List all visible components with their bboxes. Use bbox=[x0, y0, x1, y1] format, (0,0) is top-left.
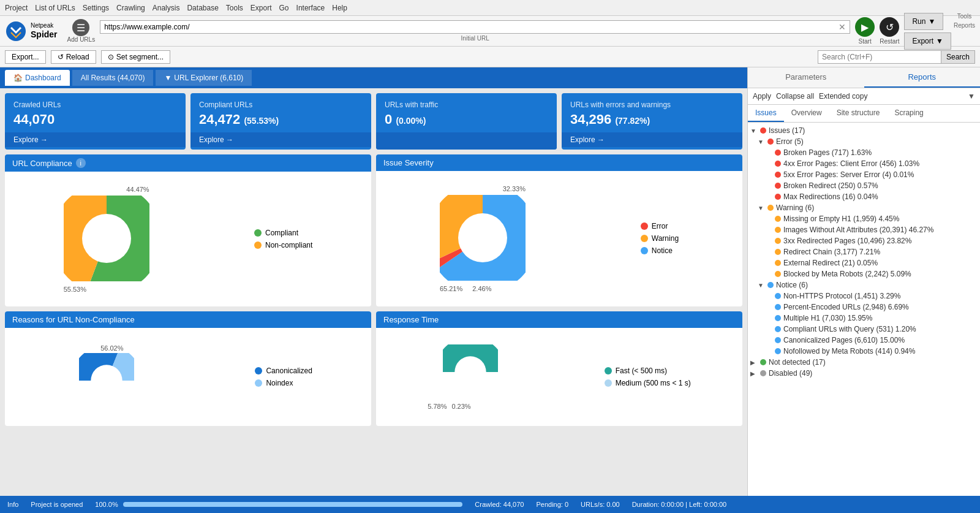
menu-interface[interactable]: Interface bbox=[296, 4, 325, 12]
tree-arrow-icon: ▶ bbox=[750, 359, 758, 366]
tree-dot bbox=[767, 205, 774, 211]
charts-row-1: URL Compliance i 44.47% 55.53% bbox=[0, 154, 747, 311]
tree-label: Warning (6) bbox=[776, 203, 978, 212]
svg-point-11 bbox=[91, 365, 122, 396]
extended-copy-action[interactable]: Extended copy bbox=[819, 92, 867, 101]
tree-item[interactable]: Max Redirections (16) 0.04% bbox=[748, 191, 980, 202]
tree-item[interactable]: 5xx Error Pages: Server Error (4) 0.01% bbox=[748, 169, 980, 180]
menu-tools[interactable]: Tools bbox=[226, 4, 243, 12]
tree-item[interactable]: ▼ Issues (17) bbox=[748, 125, 980, 136]
restart-label: Restart bbox=[880, 38, 899, 45]
reload-icon: ↺ bbox=[58, 53, 64, 61]
tree-item[interactable]: Non-HTTPS Protocol (1,451) 3.29% bbox=[748, 291, 980, 302]
error-dot bbox=[641, 222, 648, 230]
reload-btn[interactable]: ↺ Reload bbox=[51, 50, 96, 64]
tab-reports[interactable]: Reports bbox=[864, 67, 981, 88]
tree-item[interactable]: ▼ Warning (6) bbox=[748, 202, 980, 213]
tree-dot bbox=[760, 359, 766, 365]
issue-tab-site-structure[interactable]: Site structure bbox=[829, 105, 888, 122]
search-input[interactable] bbox=[818, 51, 941, 63]
project-status: Project is opened bbox=[31, 501, 83, 508]
noindex-dot bbox=[255, 379, 262, 387]
issue-tabs: Issues Overview Site structure Scraping bbox=[748, 105, 980, 123]
tab-all-results[interactable]: All Results (44,070) bbox=[72, 70, 154, 86]
tree-arrow-icon: ▼ bbox=[758, 282, 765, 289]
menu-database[interactable]: Database bbox=[187, 4, 218, 12]
url-clear-button[interactable]: ✕ bbox=[839, 22, 846, 32]
warning-dot bbox=[641, 235, 648, 242]
tree-dot bbox=[775, 227, 781, 233]
collapse-all-action[interactable]: Collapse all bbox=[776, 92, 814, 101]
menu-export[interactable]: Export bbox=[251, 4, 272, 12]
tree-label: External Redirect (21) 0.05% bbox=[783, 259, 978, 267]
search-button[interactable]: Search bbox=[941, 51, 974, 63]
tree-item[interactable]: Compliant URLs with Query (531) 1.20% bbox=[748, 324, 980, 335]
menu-help[interactable]: Help bbox=[332, 4, 347, 12]
tree-item[interactable]: Percent-Encoded URLs (2,948) 6.69% bbox=[748, 302, 980, 313]
menu-go[interactable]: Go bbox=[279, 4, 289, 12]
tree-label: Redirect Chain (3,177) 7.21% bbox=[783, 248, 978, 256]
menu-list-of-urls[interactable]: List of URLs bbox=[35, 4, 75, 12]
add-urls-icon: ☰ bbox=[72, 19, 89, 36]
tree-item[interactable]: ▶ Disabled (49) bbox=[748, 368, 980, 379]
tree-item[interactable]: Canonicalized Pages (6,610) 15.00% bbox=[748, 335, 980, 346]
tree-item[interactable]: Redirect Chain (3,177) 7.21% bbox=[748, 246, 980, 257]
issues-tree: ▼ Issues (17) ▼ Error (5) Broken Pages (… bbox=[748, 123, 980, 496]
tree-label: 4xx Error Pages: Client Error (456) 1.03… bbox=[783, 159, 978, 168]
tree-label: Max Redirections (16) 0.04% bbox=[783, 192, 978, 201]
issue-tab-overview[interactable]: Overview bbox=[784, 105, 829, 122]
tree-item[interactable]: ▼ Error (5) bbox=[748, 136, 980, 147]
menu-project[interactable]: Project bbox=[5, 4, 28, 12]
dashboard-tabs: 🏠 Dashboard All Results (44,070) ▼ URL E… bbox=[0, 67, 747, 88]
url-compliance-pie: 44.47% 55.53% bbox=[64, 186, 149, 293]
stat-errors-warnings: URLs with errors and warnings 34,296 (77… bbox=[562, 93, 742, 150]
compliant-dot bbox=[254, 229, 262, 237]
explore-compliant-btn[interactable]: Explore → bbox=[190, 132, 371, 147]
status-info: Info bbox=[7, 501, 18, 508]
start-icon: ▶ bbox=[855, 17, 875, 37]
run-button[interactable]: Run ▼ bbox=[904, 13, 943, 30]
issue-tab-issues[interactable]: Issues bbox=[748, 105, 784, 122]
tree-arrow-icon: ▼ bbox=[758, 139, 765, 145]
tree-item[interactable]: Broken Pages (717) 1.63% bbox=[748, 147, 980, 158]
tab-dashboard[interactable]: 🏠 Dashboard bbox=[5, 70, 70, 86]
tree-dot bbox=[775, 348, 781, 354]
tree-item[interactable]: 4xx Error Pages: Client Error (456) 1.03… bbox=[748, 158, 980, 169]
tree-label: 5xx Error Pages: Server Error (4) 0.01% bbox=[783, 170, 978, 179]
start-button[interactable]: ▶ Start bbox=[855, 17, 875, 45]
tree-arrow-icon: ▼ bbox=[750, 127, 758, 134]
tree-item[interactable]: External Redirect (21) 0.05% bbox=[748, 257, 980, 268]
tab-parameters[interactable]: Parameters bbox=[748, 67, 864, 88]
right-panel-tab-bar: Parameters Reports bbox=[748, 67, 980, 88]
menu-analysis[interactable]: Analysis bbox=[153, 4, 180, 12]
menu-settings[interactable]: Settings bbox=[83, 4, 109, 12]
tree-item[interactable]: ▼ Notice (6) bbox=[748, 279, 980, 291]
tree-item[interactable]: Blocked by Meta Robots (2,242) 5.09% bbox=[748, 268, 980, 279]
explore-crawled-btn[interactable]: Explore → bbox=[5, 132, 186, 147]
tree-item[interactable]: Missing or Empty H1 (1,959) 4.45% bbox=[748, 213, 980, 224]
add-urls-button[interactable]: ☰ Add URLs bbox=[67, 19, 96, 43]
tree-item[interactable]: Multiple H1 (7,030) 15.95% bbox=[748, 313, 980, 324]
apply-action[interactable]: Apply bbox=[753, 92, 771, 101]
tree-item[interactable]: Images Without Alt Attributes (20,391) 4… bbox=[748, 224, 980, 235]
reports-label: Reports bbox=[954, 22, 975, 29]
restart-button[interactable]: ↺ Restart bbox=[880, 17, 899, 45]
chevron-down-icon[interactable]: ▼ bbox=[968, 92, 975, 101]
charts-row-2: Reasons for URL Non-Compliance 56.02% bbox=[0, 311, 747, 431]
secondary-toolbar: Export... ↺ Reload ⊙ Set segment... Sear… bbox=[0, 47, 980, 67]
tree-item[interactable]: ▶ Not detected (17) bbox=[748, 357, 980, 368]
tree-item[interactable]: Broken Redirect (250) 0.57% bbox=[748, 180, 980, 191]
export-button[interactable]: Export ▼ bbox=[904, 32, 951, 50]
tab-url-explorer[interactable]: ▼ URL Explorer (6,610) bbox=[156, 70, 252, 86]
tree-item[interactable]: 3xx Redirected Pages (10,496) 23.82% bbox=[748, 235, 980, 246]
explore-errors-btn[interactable]: Explore → bbox=[562, 132, 742, 147]
export-btn[interactable]: Export... bbox=[5, 50, 46, 64]
url-input[interactable] bbox=[104, 23, 839, 31]
tools-label: Tools bbox=[954, 13, 975, 20]
tree-dot bbox=[775, 161, 781, 167]
issue-tab-scraping[interactable]: Scraping bbox=[887, 105, 930, 122]
segment-btn[interactable]: ⊙ Set segment... bbox=[101, 50, 170, 64]
tree-item[interactable]: Nofollowed by Meta Robots (414) 0.94% bbox=[748, 346, 980, 357]
segment-icon: ⊙ bbox=[108, 53, 114, 61]
menu-crawling[interactable]: Crawling bbox=[116, 4, 145, 12]
